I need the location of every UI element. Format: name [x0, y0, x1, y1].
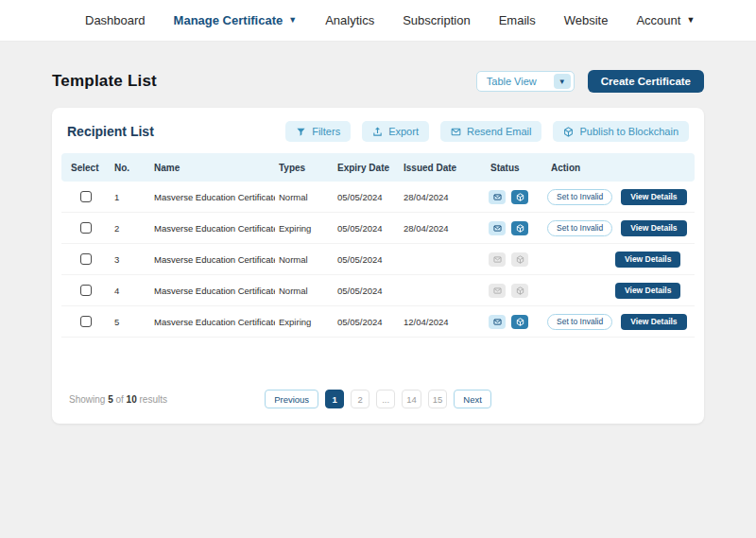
- issued-date: 28/04/2024: [400, 192, 487, 202]
- nav-item-emails[interactable]: Emails: [499, 13, 536, 27]
- nav-label: Account: [636, 13, 680, 27]
- mail-status-icon[interactable]: [489, 221, 506, 235]
- nav-item-manage-certificate[interactable]: Manage Certificate ▼: [174, 13, 298, 27]
- mail-status-icon: [489, 252, 506, 267]
- nav-item-subscription[interactable]: Subscription: [403, 13, 471, 27]
- certificate-type: Normal: [275, 192, 334, 202]
- nav-label: Subscription: [403, 13, 471, 27]
- view-select-dropdown[interactable]: Table View ▼: [476, 71, 575, 92]
- table-row: 2 Masverse Education Certificate Expirin…: [61, 213, 695, 244]
- nav-item-account[interactable]: Account ▼: [636, 13, 695, 27]
- publish-to-blockchain-label: Publish to Blockchain: [579, 126, 679, 137]
- set-to-invalid-button[interactable]: Set to Invalid: [547, 220, 612, 236]
- certificate-type: Expiring: [275, 223, 334, 234]
- view-details-button[interactable]: View Details: [621, 189, 686, 205]
- page-button-14[interactable]: 14: [402, 390, 421, 408]
- row-number: 2: [111, 223, 150, 234]
- page-header: Template List Table View ▼ Create Certif…: [52, 70, 704, 93]
- nav-label: Website: [564, 13, 609, 27]
- view-details-button[interactable]: View Details: [615, 283, 680, 299]
- resend-email-label: Resend Email: [467, 126, 531, 137]
- page-title: Template List: [52, 72, 157, 91]
- column-header-expiry-date: Expiry Date: [334, 163, 400, 173]
- mail-status-icon[interactable]: [489, 315, 506, 329]
- table-header-row: Select No. Name Types Expiry Date Issued…: [61, 153, 695, 182]
- nav-item-website[interactable]: Website: [564, 13, 609, 27]
- mail-status-icon[interactable]: [489, 190, 506, 204]
- pagination: Previous 1 2 ... 14 15 Next: [265, 390, 491, 408]
- row-select-checkbox[interactable]: [80, 316, 92, 327]
- recipient-list-card: Recipient List Filters Export Resend Ema…: [52, 108, 704, 424]
- expiry-date: 05/05/2024: [334, 254, 400, 265]
- blockchain-status-icon[interactable]: [511, 221, 528, 235]
- column-header-action: Action: [547, 163, 689, 173]
- expiry-date: 05/05/2024: [334, 223, 400, 234]
- column-header-name: Name: [150, 163, 275, 173]
- row-number: 5: [111, 317, 150, 327]
- row-number: 1: [111, 192, 150, 202]
- issued-date: 28/04/2024: [400, 223, 487, 234]
- results-count-text: Showing 5 of 10 results: [69, 394, 167, 405]
- previous-page-button[interactable]: Previous: [265, 390, 318, 408]
- row-number: 4: [111, 286, 150, 296]
- column-header-types: Types: [275, 163, 334, 173]
- certificate-type: Normal: [275, 286, 334, 296]
- column-header-select: Select: [67, 163, 111, 173]
- export-label: Export: [388, 126, 419, 137]
- view-details-button[interactable]: View Details: [615, 252, 680, 268]
- mail-status-icon: [489, 284, 506, 298]
- chevron-down-icon: ▼: [686, 16, 695, 25]
- table-row: 5 Masverse Education Certificate Expirin…: [61, 306, 695, 338]
- create-certificate-button[interactable]: Create Certificate: [588, 70, 704, 93]
- page-button-1[interactable]: 1: [325, 390, 344, 408]
- column-header-no: No.: [111, 163, 150, 173]
- table-row: 1 Masverse Education Certificate Normal …: [61, 182, 695, 213]
- page-ellipsis[interactable]: ...: [376, 390, 395, 408]
- export-button[interactable]: Export: [362, 121, 429, 142]
- certificate-name: Masverse Education Certificate: [150, 254, 275, 265]
- expiry-date: 05/05/2024: [334, 286, 400, 296]
- certificate-type: Normal: [275, 254, 334, 265]
- next-page-button[interactable]: Next: [454, 390, 491, 408]
- resend-email-button[interactable]: Resend Email: [440, 121, 541, 142]
- view-details-button[interactable]: View Details: [621, 220, 686, 236]
- expiry-date: 05/05/2024: [334, 192, 400, 202]
- filters-label: Filters: [312, 126, 340, 137]
- row-select-checkbox[interactable]: [80, 285, 92, 296]
- page-button-2[interactable]: 2: [351, 390, 369, 408]
- top-navigation: Dashboard Manage Certificate ▼ Analytics…: [0, 0, 756, 42]
- chevron-down-icon: ▼: [288, 16, 297, 25]
- mail-icon: [451, 127, 461, 137]
- set-to-invalid-button[interactable]: Set to Invalid: [547, 314, 612, 330]
- certificate-name: Masverse Education Certificate: [150, 223, 275, 234]
- funnel-icon: [296, 127, 306, 137]
- certificate-type: Expiring: [275, 317, 334, 327]
- table-footer: Showing 5 of 10 results Previous 1 2 ...…: [61, 388, 695, 410]
- table-row: 4 Masverse Education Certificate Normal …: [61, 275, 695, 306]
- row-select-checkbox[interactable]: [80, 253, 92, 265]
- blockchain-status-icon: [511, 284, 528, 298]
- row-select-checkbox[interactable]: [80, 191, 92, 202]
- certificate-name: Masverse Education Certificate: [150, 286, 275, 296]
- view-details-button[interactable]: View Details: [621, 314, 686, 330]
- certificate-name: Masverse Education Certificate: [150, 192, 275, 202]
- blockchain-status-icon[interactable]: [511, 315, 528, 329]
- blockchain-icon: [563, 127, 574, 137]
- column-header-issued-date: Issued Date: [400, 163, 487, 173]
- page-button-15[interactable]: 15: [428, 390, 448, 408]
- nav-label: Manage Certificate: [174, 13, 284, 27]
- blockchain-status-icon: [511, 252, 528, 267]
- set-to-invalid-button[interactable]: Set to Invalid: [547, 189, 612, 205]
- issued-date: 12/04/2024: [400, 317, 487, 327]
- expiry-date: 05/05/2024: [334, 317, 400, 327]
- publish-to-blockchain-button[interactable]: Publish to Blockchain: [553, 121, 689, 142]
- nav-item-dashboard[interactable]: Dashboard: [85, 13, 146, 27]
- row-number: 3: [111, 254, 150, 265]
- row-select-checkbox[interactable]: [80, 222, 92, 234]
- table-row: 3 Masverse Education Certificate Normal …: [61, 244, 695, 275]
- blockchain-status-icon[interactable]: [511, 190, 528, 204]
- card-title: Recipient List: [67, 124, 154, 139]
- filters-button[interactable]: Filters: [285, 121, 351, 142]
- export-icon: [372, 127, 383, 137]
- nav-item-analytics[interactable]: Analytics: [325, 13, 374, 27]
